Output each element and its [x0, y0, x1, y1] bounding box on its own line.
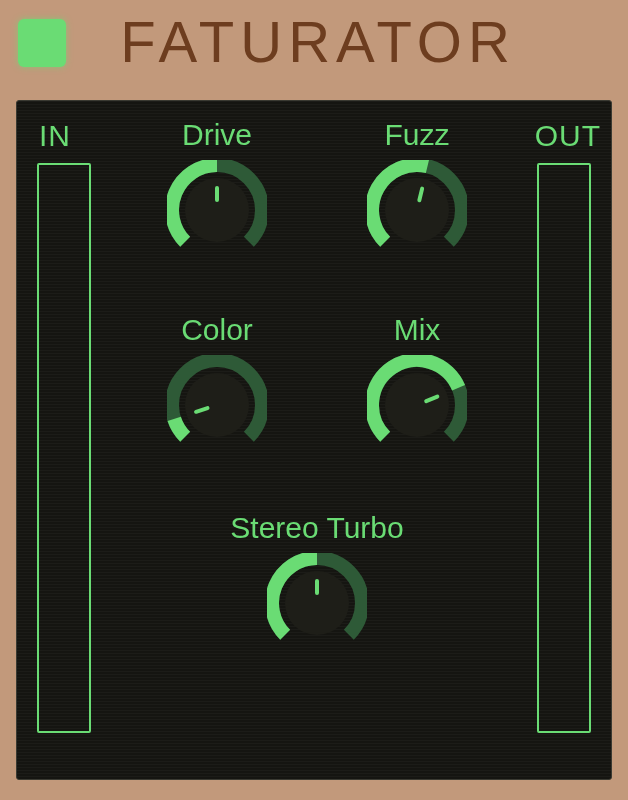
- stereo-turbo-label: Stereo Turbo: [217, 511, 417, 545]
- color-knob[interactable]: [167, 355, 267, 455]
- main-panel: IN OUT Drive Fuzz: [16, 100, 612, 780]
- out-label: OUT: [535, 119, 601, 153]
- svg-point-7: [385, 178, 449, 242]
- mix-knob[interactable]: [367, 355, 467, 455]
- stereo-turbo-knob[interactable]: [267, 553, 367, 653]
- svg-point-11: [185, 373, 249, 437]
- drive-label: Drive: [132, 118, 302, 152]
- fuzz-knob[interactable]: [367, 160, 467, 260]
- out-meter: [537, 163, 591, 733]
- in-meter: [37, 163, 91, 733]
- fuzz-label: Fuzz: [332, 118, 502, 152]
- mix-label: Mix: [332, 313, 502, 347]
- svg-text:FATURATOR: FATURATOR: [120, 16, 516, 70]
- brand-logo: FATURATOR: [26, 16, 610, 70]
- color-label: Color: [132, 313, 302, 347]
- drive-knob[interactable]: [167, 160, 267, 260]
- svg-line-8: [419, 189, 422, 201]
- in-label: IN: [39, 119, 71, 153]
- svg-point-15: [385, 373, 449, 437]
